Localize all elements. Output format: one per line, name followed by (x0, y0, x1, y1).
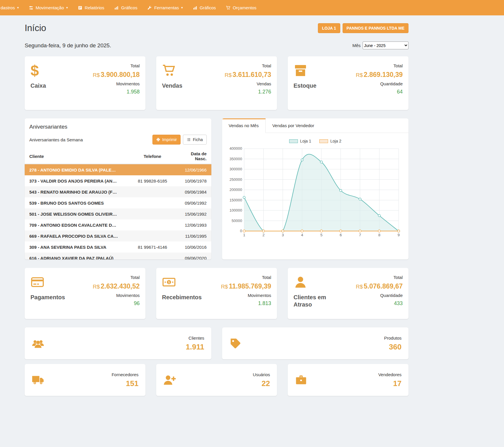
company-button[interactable]: PANNOS E PANNOS LTDA ME (343, 23, 408, 33)
birthday-table: Cliente Telefone Data de Nasc. 278 - ANT… (25, 149, 211, 259)
phone-cell (131, 186, 174, 197)
clientes-card: Clientes 1.911 (25, 327, 211, 359)
total-label: Total (262, 63, 271, 68)
count-label: Movimentos (116, 81, 140, 86)
card-value: 1.911 (186, 343, 204, 352)
count-value: 1.958 (127, 89, 140, 95)
cart-icon (226, 6, 231, 10)
card-label: Clientes (186, 336, 204, 340)
svg-text:4: 4 (301, 233, 303, 237)
card-values: Total R$11.985.769,39 Movimentos 1.813 (221, 275, 271, 312)
card-value: 360 (384, 343, 402, 352)
column-header-cliente: Cliente (25, 149, 131, 164)
briefcase-icon (295, 373, 307, 387)
table-row[interactable]: 669 - RAFAELA PROCOPIO DA SILVA CA… 11/0… (25, 230, 211, 241)
chart-legend: Loja 1Loja 2 (227, 139, 404, 143)
card-label: Produtos (384, 336, 402, 340)
count-value: 96 (134, 300, 140, 307)
total-value: R$3.900.800,18 (93, 71, 140, 79)
birthdate-cell: 11/06/1995 (174, 230, 211, 241)
wrench-icon (147, 6, 152, 10)
card-title: Pagamentos (30, 294, 65, 301)
total-label: Total (130, 63, 140, 68)
legend-label: Loja 1 (300, 139, 311, 143)
cart-icon (162, 63, 182, 78)
bottom-row: Fornecedores 151 Usuários 22 Vendedores … (25, 364, 408, 396)
nav-item-ferramentas[interactable]: Ferramentas ▾ (142, 0, 188, 15)
vendedores-card: Vendedores 17 (288, 364, 408, 396)
svg-text:1: 1 (243, 233, 245, 237)
card-value: 17 (378, 379, 402, 388)
card-value: 22 (253, 379, 270, 388)
svg-text:400000: 400000 (229, 146, 242, 151)
birthdays-title: Aniversariantes (25, 118, 211, 134)
card-left: $ Caixa (30, 63, 46, 103)
store-button[interactable]: LOJA 1 (318, 23, 340, 33)
table-row[interactable]: 616 - ADRIANO XAVIER DA PAZ (PALAÚ) 09/0… (25, 253, 211, 259)
table-row[interactable]: 543 - RENATO MARINHO DE ARAUJO (F… 09/06… (25, 186, 211, 197)
client-cell: 709 - ANTONIO EDSON CAVALCANTE D… (25, 219, 131, 230)
nav-item-label: Movimentação (36, 5, 64, 10)
users-icon (32, 336, 44, 351)
ficha-button-label: Ficha (193, 137, 203, 142)
count-label: Vendas (257, 81, 271, 86)
svg-text:5: 5 (320, 233, 322, 237)
nav-item-orcamentos[interactable]: Orçamentos (221, 0, 262, 15)
client-cell: 501 - JOSE WELISSON GOMES OLIVEIR… (25, 208, 131, 219)
birthdays-card: Aniversariantes Aniversariantes da Seman… (25, 118, 211, 259)
ficha-button[interactable]: Ficha (183, 135, 206, 145)
nav-item-label: dastros (1, 5, 15, 10)
date-row: Segunda-feira, 9 de junho de 2025. Mês J… (25, 42, 408, 49)
table-row[interactable]: 373 - VALDIR DOS ANJOS PEREIRA (AN… 81 9… (25, 175, 211, 186)
count-value: 64 (397, 89, 403, 95)
legend-label: Loja 2 (330, 139, 341, 143)
birthdate-cell: 09/06/1992 (174, 197, 211, 208)
table-row[interactable]: 278 - ANTONIO EMIDIO DA SILVA (PALE… 12/… (25, 164, 211, 175)
total-label: Total (393, 63, 403, 68)
birthdate-cell: 12/06/1993 (174, 219, 211, 230)
phone-cell (131, 230, 174, 241)
table-row[interactable]: 309 - ANA SEVERINA PAES DA SILVA 81 9967… (25, 241, 211, 253)
count-value: 433 (394, 300, 403, 307)
phone-cell (131, 219, 174, 230)
card-values: Vendedores 17 (378, 372, 402, 388)
user-icon (294, 275, 344, 289)
tab-vendas-no-mes[interactable]: Vendas no Mês (222, 118, 266, 133)
month-label: Mês (352, 43, 361, 48)
card-title: Clientes em Atraso (294, 294, 344, 308)
month-picker: Mês June - 2025 (352, 42, 408, 49)
svg-text:7: 7 (359, 233, 361, 237)
nav-item-cadastros[interactable]: dastros ▾ (0, 0, 24, 15)
count-label: Movimentos (248, 293, 271, 298)
dollar-icon: $ (30, 63, 46, 78)
nav-item-graficos[interactable]: Gráficos (109, 0, 142, 15)
month-select[interactable]: June - 2025 (363, 42, 408, 49)
nav-item-graficos-2[interactable]: Gráficos (188, 0, 221, 15)
birthdate-cell: 10/06/2016 (174, 241, 211, 253)
total-label: Total (130, 275, 140, 280)
table-row[interactable]: 539 - BRUNO DOS SANTOS GOMES 09/06/1992 (25, 197, 211, 208)
legend-item: Loja 1 (289, 139, 311, 143)
svg-text:0: 0 (240, 229, 242, 233)
client-cell: 373 - VALDIR DOS ANJOS PEREIRA (AN… (25, 175, 131, 186)
birthdate-cell: 12/06/1966 (174, 164, 211, 175)
print-button[interactable]: Imprimir (152, 135, 181, 145)
table-row[interactable]: 501 - JOSE WELISSON GOMES OLIVEIR… 15/06… (25, 208, 211, 219)
user-plus-icon (163, 373, 176, 387)
nav-item-label: Orçamentos (233, 5, 257, 10)
birthdate-cell: 15/06/1992 (174, 208, 211, 219)
card-value: 151 (111, 379, 138, 388)
table-row[interactable]: 709 - ANTONIO EDSON CAVALCANTE D… 12/06/… (25, 219, 211, 230)
estoque-card: Estoque Total R$2.869.130,39 Quantidade … (288, 56, 408, 110)
stats-row: Pagamentos Total R$2.632.430,52 Moviment… (25, 268, 408, 319)
nav-item-relatorios[interactable]: Relatórios (73, 0, 109, 15)
produtos-card: Produtos 360 (222, 327, 409, 359)
card-left: Clientes em Atraso (294, 275, 344, 312)
bar-chart-icon (193, 6, 197, 10)
nav-item-movimentacao[interactable]: Movimentação ▾ (24, 0, 73, 15)
total-value: R$5.076.869,67 (356, 282, 403, 290)
count-label: Quantidade (380, 81, 403, 86)
phone-cell: 81 99828-6185 (131, 175, 174, 186)
card-values: Total R$2.632.430,52 Movimentos 96 (93, 275, 140, 312)
tab-vendas-por-vendedor[interactable]: Vendas por Vendedor (266, 118, 321, 133)
